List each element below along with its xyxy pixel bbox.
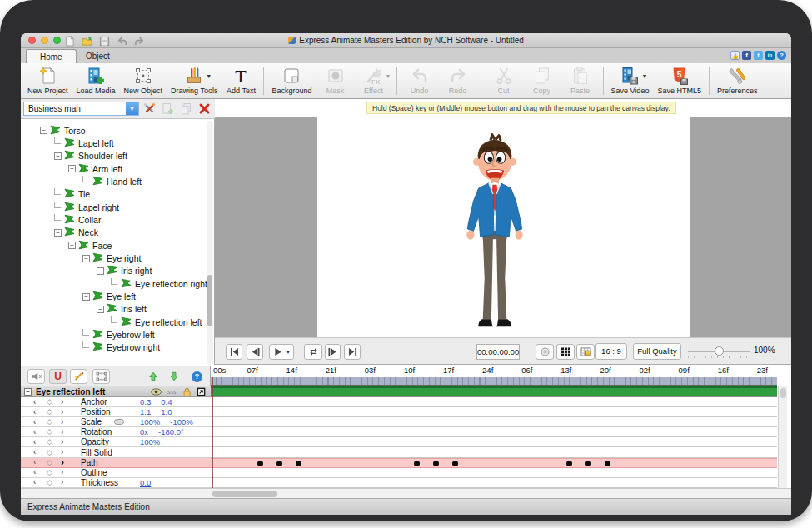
- tools-button[interactable]: [142, 101, 157, 117]
- next-keyframe-icon[interactable]: ›: [61, 448, 63, 456]
- add-keyframe-icon[interactable]: ◇: [47, 428, 52, 436]
- timeline-scrollbar[interactable]: [778, 386, 787, 488]
- keyframe-track[interactable]: [211, 478, 777, 488]
- loop-button[interactable]: [304, 344, 322, 360]
- tree-item-eyebrow-left[interactable]: Eyebrow left: [82, 329, 155, 341]
- tree-item-neck[interactable]: −Neck: [54, 227, 98, 239]
- like-icon[interactable]: 👍: [730, 51, 740, 60]
- prev-keyframe-icon[interactable]: ‹: [33, 478, 36, 486]
- keyframe-dot[interactable]: [296, 461, 301, 466]
- add-keyframe-icon[interactable]: ◇: [47, 449, 52, 456]
- add-keyframe-icon[interactable]: ◇: [47, 469, 52, 476]
- add-keyframe-icon[interactable]: ◇: [47, 438, 52, 446]
- tab-object[interactable]: Object: [72, 49, 123, 63]
- timeline-workarea-band[interactable]: [211, 377, 777, 386]
- prev-keyframe-icon[interactable]: ‹: [33, 408, 36, 416]
- dropdown-arrow-icon[interactable]: ▼: [642, 73, 648, 79]
- prev-keyframe-icon[interactable]: ‹: [33, 428, 36, 436]
- collapse-icon[interactable]: −: [54, 152, 62, 160]
- add-keyframe-icon[interactable]: ◇: [47, 479, 52, 486]
- prev-keyframe-icon[interactable]: ‹: [33, 468, 36, 476]
- collapse-icon[interactable]: −: [24, 388, 32, 396]
- ungroup-button[interactable]: U: [49, 369, 67, 384]
- keyframe-track[interactable]: [211, 417, 777, 427]
- delete-button[interactable]: [197, 101, 212, 117]
- timecode-field[interactable]: 00:00:00.00: [476, 344, 520, 360]
- dropdown-arrow-icon[interactable]: ▼: [386, 73, 391, 79]
- tree-item-lapel-right[interactable]: Lapel right: [54, 201, 119, 213]
- play-button[interactable]: ▼: [269, 344, 294, 360]
- add-keyframe-icon[interactable]: ◇: [47, 398, 52, 406]
- property-value-link[interactable]: 0.0: [140, 478, 151, 487]
- next-keyframe-icon[interactable]: ›: [61, 418, 63, 426]
- property-value-link[interactable]: -180.0°: [158, 427, 184, 436]
- canvas-zoom-slider[interactable]: [688, 351, 750, 352]
- property-row-scale[interactable]: ‹◇›Scale100%-100%: [21, 417, 211, 427]
- property-row-outline[interactable]: ‹◇›Outline: [21, 468, 211, 478]
- keyframe-track[interactable]: [211, 407, 777, 417]
- next-keyframe-icon[interactable]: ›: [61, 478, 63, 486]
- skip-start-button[interactable]: [226, 344, 242, 360]
- tree-item-eyebrow-right[interactable]: Eyebrow right: [82, 341, 160, 354]
- tree-item-face[interactable]: −Face: [68, 239, 112, 252]
- toolbar-button-load-media[interactable]: Load Media: [72, 64, 120, 97]
- keyframe-dot[interactable]: [414, 461, 420, 466]
- property-value-link[interactable]: 0.3: [140, 397, 151, 406]
- toolbar-button-background[interactable]: Background: [267, 64, 316, 97]
- keyframe-track[interactable]: [211, 447, 777, 457]
- property-value-link[interactable]: 0x: [140, 427, 148, 436]
- property-row-thickness[interactable]: ‹◇›Thickness0.0: [21, 478, 211, 488]
- prev-keyframe-icon[interactable]: ‹: [33, 438, 36, 446]
- frame-button[interactable]: [92, 369, 110, 384]
- collapse-icon[interactable]: −: [97, 306, 104, 313]
- keyframe-dot[interactable]: [566, 461, 572, 466]
- property-value-link[interactable]: 100%: [140, 417, 160, 426]
- collapse-icon[interactable]: −: [82, 293, 90, 301]
- tree-item-hand-left[interactable]: Hand left: [82, 175, 142, 187]
- play-options-arrow-icon[interactable]: ▼: [286, 350, 291, 355]
- keyframe-dot[interactable]: [433, 461, 439, 466]
- move-up-button[interactable]: [144, 369, 162, 384]
- motion-blur-icon[interactable]: sss: [167, 388, 177, 395]
- toolbar-button-save-html5[interactable]: 5Save HTML5: [653, 64, 705, 97]
- property-row-path[interactable]: ‹◇›Path: [21, 458, 211, 468]
- toolbar-button-new-object[interactable]: New Object: [120, 64, 167, 97]
- toolbar-button-new-project[interactable]: New Project: [23, 64, 72, 97]
- collapse-icon[interactable]: −: [82, 255, 90, 262]
- bounding-grid-button[interactable]: [576, 344, 595, 360]
- twitter-icon[interactable]: t: [754, 51, 763, 60]
- keyframe-dot[interactable]: [585, 461, 591, 466]
- property-row-fill-solid[interactable]: ‹◇›Fill Solid: [21, 447, 211, 457]
- property-row-opacity[interactable]: ‹◇›Opacity100%: [21, 437, 211, 447]
- collapse-icon[interactable]: −: [97, 267, 104, 275]
- quality-button[interactable]: Full Quality: [633, 343, 681, 360]
- keyframe-track[interactable]: [211, 468, 777, 478]
- prev-keyframe-icon[interactable]: ‹: [33, 448, 36, 456]
- keyframe-dot[interactable]: [452, 461, 458, 466]
- collapse-icon[interactable]: −: [54, 229, 62, 237]
- layer-duration-bar[interactable]: [211, 386, 777, 397]
- property-row-anchor[interactable]: ‹◇›Anchor0.30.4: [21, 397, 211, 407]
- object-selector-dropdown[interactable]: Business man ▼: [23, 102, 139, 116]
- facebook-icon[interactable]: f: [742, 51, 751, 60]
- tree-item-lapel-left[interactable]: Lapel left: [54, 137, 114, 149]
- grid-button[interactable]: [556, 344, 575, 360]
- tree-item-eye-left[interactable]: −Eye left: [82, 291, 136, 303]
- tree-item-torso[interactable]: −Torso: [40, 124, 86, 137]
- dropdown-arrow-icon[interactable]: ▼: [206, 73, 212, 79]
- toolbar-button-add-text[interactable]: TAdd Text: [222, 64, 260, 97]
- property-row-position[interactable]: ‹◇›Position1.11.0: [21, 407, 211, 417]
- next-keyframe-icon[interactable]: ›: [61, 398, 63, 406]
- business-man-character[interactable]: [454, 133, 536, 331]
- hscroll-thumb[interactable]: [212, 491, 277, 497]
- add-keyframe-icon[interactable]: ◇: [47, 459, 52, 466]
- visibility-eye-icon[interactable]: [151, 388, 162, 396]
- onion-skin-button[interactable]: [536, 344, 554, 360]
- skip-end-button[interactable]: [344, 344, 361, 360]
- playhead-line[interactable]: [212, 377, 213, 488]
- tree-item-iris-right[interactable]: −Iris right: [97, 265, 152, 277]
- keyframe-dot[interactable]: [605, 461, 610, 466]
- tab-home[interactable]: Home: [26, 49, 77, 63]
- move-down-button[interactable]: [165, 369, 182, 384]
- path-keyframe-track[interactable]: [211, 458, 777, 468]
